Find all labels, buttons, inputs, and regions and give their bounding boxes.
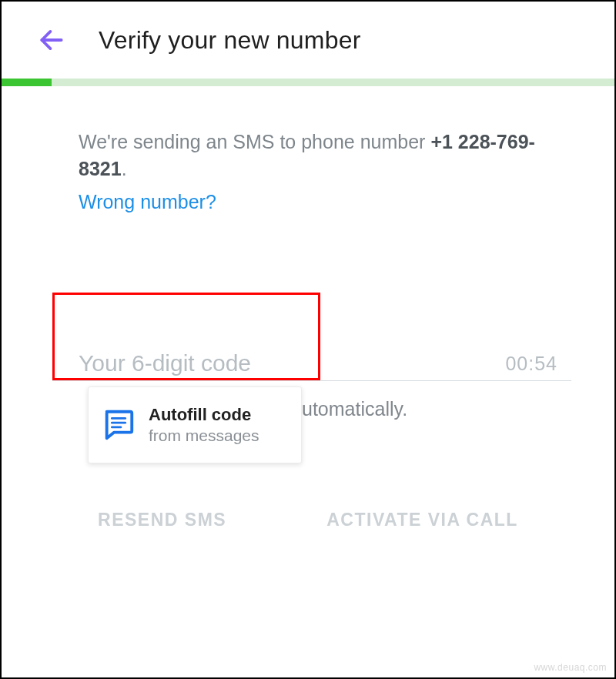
resend-sms-button[interactable]: RESEND SMS (98, 510, 226, 530)
wrong-number-link[interactable]: Wrong number? (79, 189, 216, 216)
instructions-suffix: . (122, 158, 127, 179)
messages-icon (101, 407, 136, 443)
progress-bar-fill (2, 79, 52, 86)
autofill-text-block: Autofill code from messages (149, 405, 259, 445)
page-title: Verify your new number (99, 26, 361, 55)
action-button-row: RESEND SMS ACTIVATE VIA CALL (2, 510, 614, 530)
detecting-text-partial: utomatically. (302, 398, 407, 420)
code-input-underline (52, 380, 571, 381)
code-input-row[interactable]: Your 6-digit code 00:54 (79, 343, 568, 383)
progress-bar-track (2, 79, 614, 86)
code-input-placeholder: Your 6-digit code (79, 350, 251, 376)
instructions-text: We're sending an SMS to phone number +1 … (79, 129, 537, 216)
back-arrow-icon[interactable] (35, 24, 68, 56)
autofill-title: Autofill code (149, 405, 259, 425)
app-header: Verify your new number (2, 2, 614, 79)
activate-via-call-button[interactable]: ACTIVATE VIA CALL (326, 510, 518, 530)
autofill-suggestion-card[interactable]: Autofill code from messages (88, 386, 302, 463)
watermark-text: www.deuaq.com (534, 662, 607, 673)
countdown-timer: 00:54 (505, 353, 557, 375)
autofill-subtitle: from messages (149, 426, 259, 445)
instructions-prefix: We're sending an SMS to phone number (79, 131, 430, 152)
